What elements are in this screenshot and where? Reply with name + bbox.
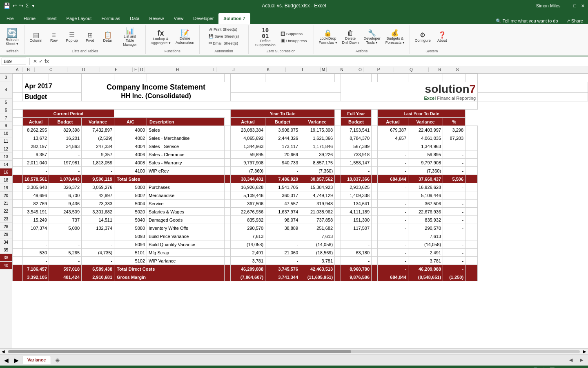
tell-me[interactable]: 🔍 Tell me what you want to do (496, 18, 558, 24)
maximize-btn[interactable]: □ (573, 3, 576, 8)
tab-home[interactable]: Home (19, 13, 40, 24)
col-header-L[interactable]: L (286, 67, 321, 72)
col-header-S[interactable]: S (451, 67, 463, 72)
minimize-btn[interactable]: ─ (566, 3, 569, 8)
col-header-M[interactable]: M (321, 67, 327, 72)
col-header-Q[interactable]: Q (394, 67, 429, 72)
col-header-C[interactable]: C (35, 67, 67, 72)
horizontal-scrollbar[interactable]: ◀ ▶ (0, 348, 588, 354)
cell-r9[interactable]: 3,298 (443, 126, 466, 134)
sheet-content[interactable]: Apr 2017 Company Income StatementHH Inc.… (12, 74, 588, 348)
scroll-indicator-left[interactable]: ◀ (566, 357, 576, 363)
cell-c9[interactable]: 8,262,295 (23, 126, 49, 134)
col-header-H[interactable]: H (145, 67, 210, 72)
unsuppress-button[interactable]: 🔳 Unsuppress (279, 38, 309, 44)
configure-button[interactable]: ⚙ Configure (413, 31, 432, 43)
tab-solution7[interactable]: Solution 7 (218, 13, 250, 24)
col-header-I[interactable]: I (210, 67, 216, 72)
col-header-F[interactable]: F (133, 67, 139, 72)
col-header-B[interactable]: B (22, 67, 35, 72)
col-header-R[interactable]: R (429, 67, 451, 72)
col-header-K[interactable]: K (251, 67, 286, 72)
tab-view[interactable]: View (169, 13, 189, 24)
cell-k9[interactable]: 3,908,075 (265, 126, 300, 134)
col-header-P[interactable]: P (363, 67, 394, 72)
list-table-manager-button[interactable]: 📊 List and TableManager (118, 27, 142, 47)
col-header-G[interactable]: G (139, 67, 145, 72)
zoom-in-btn[interactable]: ＋ (580, 366, 585, 368)
gm-cp-variance: 2,910,681 (82, 273, 114, 281)
tab-formulas[interactable]: Formulas (96, 13, 125, 24)
tab-page-layout[interactable]: Page Layout (62, 13, 97, 24)
col-header-N[interactable]: N (327, 67, 357, 72)
tab-data[interactable]: Data (125, 13, 144, 24)
cancel-formula-icon[interactable]: ✕ (33, 58, 37, 64)
share-btn[interactable]: ↗ Share (566, 18, 583, 24)
popup-button[interactable]: ☰ Pop-up (64, 31, 80, 43)
tab-file[interactable]: File (2, 13, 19, 24)
col-header-J[interactable]: J (216, 67, 251, 72)
insert-function-icon[interactable]: fx (45, 58, 49, 64)
column-button[interactable]: ▤ Column (28, 31, 44, 43)
cell-f9[interactable]: 4000 (114, 126, 147, 134)
scroll-right-btn[interactable]: ▶ (581, 349, 588, 354)
cell-q9[interactable]: 22,403,997 (408, 126, 443, 134)
sigma-icon[interactable]: Σ (26, 3, 29, 9)
zoom-out-btn[interactable]: － (558, 366, 563, 368)
scrollbar-thumb[interactable] (8, 350, 351, 353)
redo-icon[interactable]: ↪ (19, 3, 23, 9)
pivot-button[interactable]: ⊞ Pivot (82, 31, 98, 43)
row-button[interactable]: ≡ Row (46, 31, 62, 43)
col-header-O[interactable]: O (357, 67, 363, 72)
refresh-sheet-button[interactable]: 🔄 RefreshSheet ▾ (4, 28, 20, 47)
undo-icon[interactable]: ↩ (13, 3, 17, 9)
row-num-12: 12 (0, 145, 12, 153)
cell-h9[interactable]: Sales (147, 126, 225, 134)
cell-p9[interactable]: 679,387 (378, 126, 408, 134)
gm-ytd-budget: 3,741,344 (265, 273, 300, 281)
scrollbar-track[interactable] (8, 350, 580, 353)
tab-review[interactable]: Review (144, 13, 169, 24)
sheet-tab-variance[interactable]: Variance (22, 356, 51, 364)
cell-e9[interactable]: 7,432,897 (82, 126, 114, 134)
col-header-D[interactable]: D (67, 67, 100, 72)
define-automation-button[interactable]: 📝 DefineAutomation (174, 29, 196, 45)
tab-developer[interactable]: Developer (188, 13, 218, 24)
total-sales-row: 10,578,561 1,078,443 9,500,119 Total Sal… (13, 175, 588, 183)
formula-input[interactable] (51, 59, 586, 64)
cell-d9[interactable]: 829,398 (49, 126, 82, 134)
detail-button[interactable]: 📋 Detail (100, 31, 116, 43)
delete-drill-button[interactable]: 🗑 DeleteDrill Down (341, 29, 361, 45)
sheet-nav-right[interactable]: ▶ (12, 356, 21, 364)
budgets-forecasts-button[interactable]: 💰 Budgets &Forecasts ▾ (384, 29, 406, 45)
lookup-aggregate-button[interactable]: fx Lookup &Aggregate ▾ (149, 29, 172, 46)
lock-drop-button[interactable]: 🔒 Lock/DropFormulas ▾ (317, 29, 339, 45)
cell-j9[interactable]: 23,083,384 (231, 126, 265, 134)
row-num-22: 22 (0, 207, 12, 215)
row-numbers: 3 4 5 6 7 9 10 11 12 13 14 16 18 19 20 2… (0, 74, 12, 348)
total-dc-fy-budget: 8,960,780 (341, 265, 372, 273)
save-icon[interactable]: 💾 (3, 2, 10, 9)
developer-tools-button[interactable]: 🔧 DeveloperTools ▾ (362, 29, 382, 45)
save-sheet-button[interactable]: 💾 Save Sheet(s) (207, 33, 241, 39)
email-sheet-button[interactable]: ✉ Email Sheet(s) (207, 40, 240, 46)
scroll-left-btn[interactable]: ◀ (0, 349, 7, 354)
cell-reference-input[interactable]: B69 (2, 58, 26, 65)
confirm-formula-icon[interactable]: ✓ (39, 58, 43, 64)
cell-l9[interactable]: 19,175,308 (300, 126, 335, 134)
total-sales-cp-variance: 9,500,119 (82, 175, 114, 183)
tab-insert[interactable]: Insert (40, 13, 62, 24)
more-icon[interactable]: ▼ (31, 4, 35, 8)
cell-n9[interactable]: 7,193,541 (341, 126, 372, 134)
close-btn[interactable]: ✕ (581, 3, 585, 9)
sheet-nav-left[interactable]: ◀ (2, 356, 11, 364)
print-sheet-button[interactable]: 🖨 Print Sheet(s) (207, 26, 239, 32)
scroll-indicator-right[interactable]: ▶ (577, 357, 586, 363)
window-title: Actual vs. Budget.xlsx - Excel (85, 3, 503, 9)
pivot-icon: ⊞ (87, 32, 93, 38)
about-button[interactable]: ❓ About (434, 31, 450, 43)
define-suppression-button[interactable]: 1001 DefineSuppression (254, 27, 277, 48)
col-header-E[interactable]: E (100, 67, 133, 72)
suppress-button[interactable]: 🔲 Suppress (279, 31, 309, 37)
add-sheet-button[interactable]: ⊕ (52, 356, 63, 365)
